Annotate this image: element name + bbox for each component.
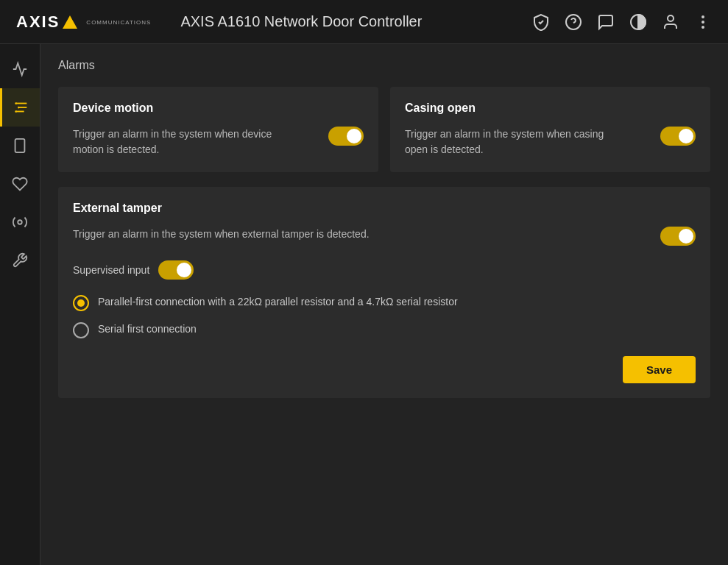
supervised-input-toggle[interactable] <box>158 260 194 280</box>
logo: AXIS COMMUNICATIONS <box>12 10 151 35</box>
device-motion-title: Device motion <box>73 102 364 115</box>
logo-text: AXIS <box>16 13 60 32</box>
sidebar-item-system[interactable] <box>0 203 40 241</box>
casing-open-toggle[interactable] <box>660 127 696 146</box>
contrast-icon[interactable] <box>625 9 651 35</box>
logo-triangle-icon <box>63 15 77 29</box>
device-motion-body: Trigger an alarm in the system when devi… <box>73 127 364 157</box>
svg-point-11 <box>17 107 19 109</box>
more-icon[interactable] <box>690 9 716 35</box>
supervised-label: Supervised input <box>73 264 149 276</box>
external-tamper-toggle[interactable] <box>660 227 696 246</box>
svg-point-5 <box>702 21 704 23</box>
save-button[interactable]: Save <box>623 356 696 383</box>
radio-circle-serial <box>73 322 89 338</box>
layout: Alarms Device motion Trigger an alarm in… <box>0 44 728 565</box>
radio-option-parallel[interactable]: Parallel-first connection with a 22kΩ pa… <box>73 294 696 311</box>
main-content: Alarms Device motion Trigger an alarm in… <box>40 44 728 565</box>
chat-icon[interactable] <box>593 9 619 35</box>
radio-label-serial: Serial first connection <box>98 321 197 337</box>
radio-option-serial[interactable]: Serial first connection <box>73 321 696 338</box>
sidebar-item-settings[interactable] <box>0 88 40 127</box>
external-tamper-title: External tamper <box>73 202 696 215</box>
casing-open-description: Trigger an alarm in the system when casi… <box>405 127 626 157</box>
radio-label-parallel: Parallel-first connection with a 22kΩ pa… <box>98 294 458 310</box>
sidebar <box>0 44 40 565</box>
sidebar-item-dashboard[interactable] <box>0 50 40 88</box>
sidebar-item-apps[interactable] <box>0 165 40 203</box>
radio-group: Parallel-first connection with a 22kΩ pa… <box>73 294 696 338</box>
casing-open-body: Trigger an alarm in the system when casi… <box>405 127 696 157</box>
header: AXIS COMMUNICATIONS AXIS A1610 Network D… <box>0 0 728 44</box>
external-tamper-description: Trigger an alarm in the system when exte… <box>73 227 370 242</box>
device-motion-description: Trigger an alarm in the system when devi… <box>73 127 294 157</box>
header-icons <box>528 9 716 35</box>
cards-row: Device motion Trigger an alarm in the sy… <box>58 87 710 172</box>
casing-open-title: Casing open <box>405 102 696 115</box>
save-button-row: Save <box>73 356 696 383</box>
device-motion-card: Device motion Trigger an alarm in the sy… <box>58 87 378 172</box>
verified-icon[interactable] <box>528 9 554 35</box>
svg-point-10 <box>15 102 17 104</box>
sidebar-item-device[interactable] <box>0 127 40 165</box>
svg-point-6 <box>702 26 704 28</box>
svg-rect-13 <box>15 139 25 152</box>
logo-sub: COMMUNICATIONS <box>86 19 151 26</box>
page-title: Alarms <box>58 59 710 72</box>
svg-point-12 <box>15 110 17 113</box>
supervised-row: Supervised input <box>73 260 696 280</box>
svg-point-3 <box>668 15 674 21</box>
casing-open-card: Casing open Trigger an alarm in the syst… <box>390 87 710 172</box>
svg-point-15 <box>18 220 22 224</box>
external-tamper-card: External tamper Trigger an alarm in the … <box>58 187 710 398</box>
device-motion-toggle[interactable] <box>328 127 364 146</box>
external-tamper-row: Trigger an alarm in the system when exte… <box>73 227 696 246</box>
radio-inner-parallel <box>77 299 85 307</box>
user-icon[interactable] <box>657 9 684 35</box>
sidebar-item-maintenance[interactable] <box>0 241 40 280</box>
app-title: AXIS A1610 Network Door Controller <box>166 13 528 30</box>
svg-point-4 <box>702 16 704 18</box>
help-icon[interactable] <box>560 9 587 35</box>
radio-circle-parallel <box>73 295 89 311</box>
